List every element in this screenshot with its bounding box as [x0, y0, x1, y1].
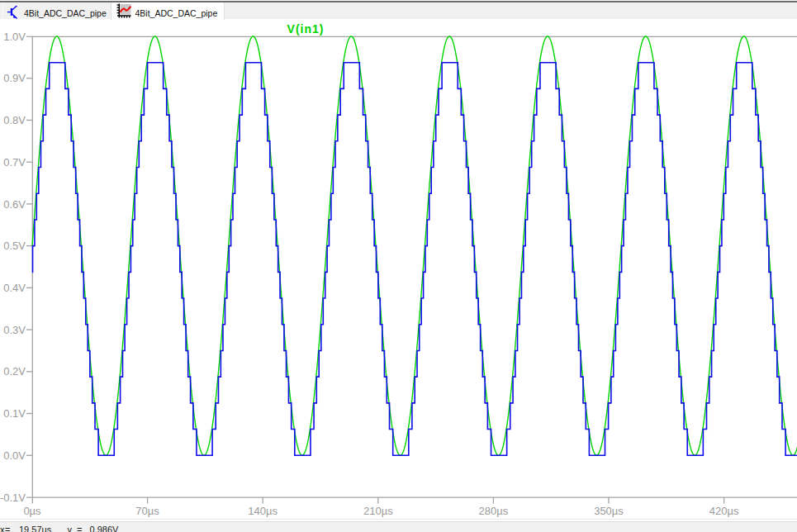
svg-text:0.7V: 0.7V: [3, 156, 26, 169]
svg-text:=: =: [5, 524, 10, 532]
svg-text:0.986V: 0.986V: [90, 524, 120, 532]
svg-text:0.2V: 0.2V: [3, 365, 26, 378]
svg-text:350µs: 350µs: [594, 505, 624, 517]
svg-text:0.3V: 0.3V: [3, 324, 26, 336]
svg-text:0µs: 0µs: [23, 505, 41, 517]
svg-text:19.57µs: 19.57µs: [19, 524, 52, 532]
svg-text:-0.1V: -0.1V: [0, 492, 26, 504]
svg-text:=: =: [77, 524, 82, 532]
svg-text:0.4V: 0.4V: [3, 282, 26, 294]
svg-text:0.6V: 0.6V: [3, 198, 26, 211]
svg-text:70µs: 70µs: [135, 505, 159, 517]
svg-text:0.9V: 0.9V: [3, 72, 26, 84]
svg-text:420µs: 420µs: [709, 505, 739, 517]
svg-text:V(in1): V(in1): [287, 22, 325, 36]
svg-text:0.8V: 0.8V: [3, 114, 26, 126]
svg-text:210µs: 210µs: [363, 505, 393, 517]
svg-text:y: y: [68, 524, 73, 532]
svg-text:0.1V: 0.1V: [3, 407, 26, 420]
svg-text:140µs: 140µs: [248, 505, 278, 517]
svg-text:280µs: 280µs: [479, 505, 509, 517]
svg-text:0.0V: 0.0V: [3, 449, 26, 462]
svg-text:1.0V: 1.0V: [3, 31, 26, 43]
svg-text:0.5V: 0.5V: [3, 240, 26, 252]
